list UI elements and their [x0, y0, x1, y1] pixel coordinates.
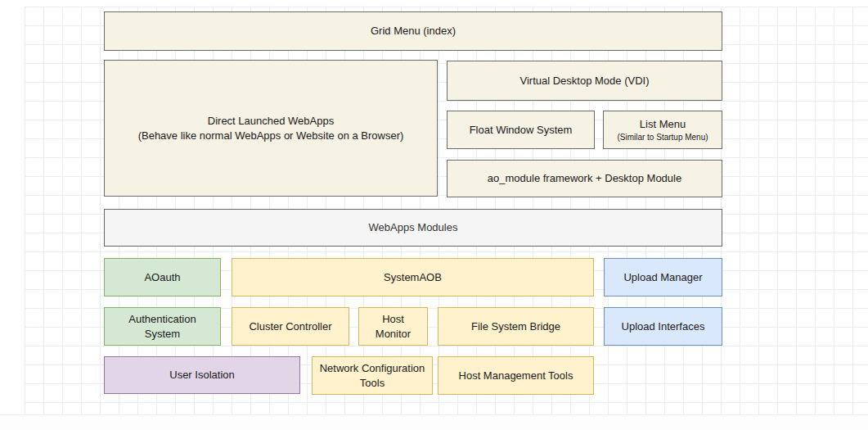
box-ao-module-framework-label: ao_module framework + Desktop Module: [488, 171, 681, 186]
box-authentication-system: Authentication System: [104, 307, 221, 346]
box-virtual-desktop-mode-label: Virtual Desktop Mode (VDI): [520, 74, 650, 88]
box-cluster-controller-label: Cluster Controller: [249, 319, 331, 334]
box-webapps-modules: WebApps Modules: [104, 209, 722, 247]
box-aoauth-label: AOauth: [144, 270, 180, 285]
box-grid-menu: Grid Menu (index): [104, 11, 722, 51]
box-upload-manager-label: Upload Manager: [623, 270, 702, 285]
diagram-canvas: Grid Menu (index) Direct Launched WebApp…: [0, 0, 868, 430]
canvas-bottom-strip: [0, 414, 868, 430]
box-file-system-bridge-label: File System Bridge: [471, 319, 560, 334]
box-list-menu-label: List Menu: [640, 117, 686, 132]
box-upload-interfaces-label: Upload Interfaces: [622, 319, 705, 334]
box-list-menu: List Menu (Similar to Startup Menu): [603, 111, 722, 149]
box-upload-manager: Upload Manager: [604, 258, 722, 296]
box-float-window-system: Float Window System: [447, 111, 595, 149]
box-host-monitor-label: Host Monitor: [366, 312, 421, 341]
box-host-monitor: Host Monitor: [358, 307, 428, 346]
box-network-configuration-tools-label: Network Configuration Tools: [319, 361, 425, 390]
box-webapps-modules-label: WebApps Modules: [369, 220, 458, 235]
box-host-management-tools: Host Management Tools: [438, 356, 594, 395]
box-direct-launched-webapps-label: Direct Launched WebApps: [208, 114, 334, 129]
box-cluster-controller: Cluster Controller: [232, 307, 349, 346]
box-authentication-system-label: Authentication System: [111, 312, 214, 341]
box-system-aob: SystemAOB: [232, 258, 594, 296]
box-file-system-bridge: File System Bridge: [438, 307, 594, 346]
box-virtual-desktop-mode: Virtual Desktop Mode (VDI): [447, 61, 722, 101]
box-upload-interfaces: Upload Interfaces: [604, 307, 722, 346]
box-float-window-system-label: Float Window System: [470, 123, 573, 138]
box-list-menu-sublabel: (Similar to Startup Menu): [617, 132, 708, 143]
box-user-isolation-label: User Isolation: [169, 368, 234, 382]
box-network-configuration-tools: Network Configuration Tools: [312, 356, 433, 395]
box-direct-launched-webapps: Direct Launched WebApps (Behave like nor…: [104, 60, 438, 197]
box-grid-menu-label: Grid Menu (index): [371, 24, 456, 38]
box-direct-launched-webapps-sublabel: (Behave like normal WebApps or Website o…: [138, 129, 404, 143]
box-ao-module-framework: ao_module framework + Desktop Module: [447, 160, 722, 197]
box-user-isolation: User Isolation: [104, 356, 300, 394]
box-host-management-tools-label: Host Management Tools: [459, 369, 573, 383]
box-aoauth: AOauth: [104, 258, 221, 296]
box-system-aob-label: SystemAOB: [384, 270, 442, 285]
